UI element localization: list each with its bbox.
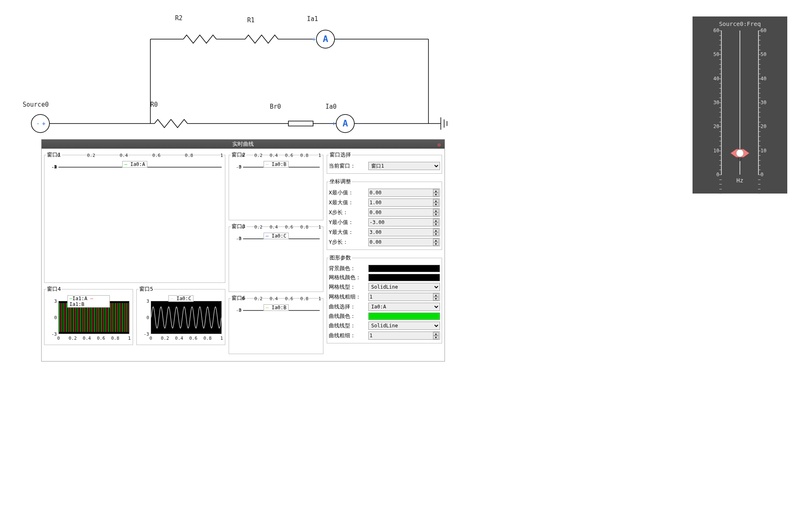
slider-handle[interactable]: 9 [730, 148, 749, 158]
controls-panel: 窗口选择 当前窗口： 窗口1 坐标调整 X最小值：0.00▲▼ X最大值：1.0… [327, 151, 442, 359]
plot-window-1: 窗口1 – Ia0:A 3210-1-2-3 00.20.40.60.81 [44, 151, 225, 283]
curvewidth-input[interactable]: 1▲▼ [368, 331, 440, 340]
svg-text:+: + [332, 120, 335, 127]
label-r0: R0 [150, 101, 158, 108]
slider-track[interactable]: 9 [728, 30, 752, 175]
label-r2: R2 [175, 14, 183, 22]
spin-down-icon[interactable]: ▼ [433, 193, 439, 196]
plot2-legend: – Ia0:B [264, 161, 289, 168]
label-ia1: Ia1 [307, 15, 318, 23]
xmin-input[interactable]: 0.00▲▼ [368, 189, 440, 197]
xmax-input[interactable]: 1.00▲▼ [368, 198, 440, 207]
freq-slider-panel: Source0:Freq 6050403020100 9 60504030201… [693, 16, 787, 194]
svg-text:+: + [312, 36, 316, 42]
svg-text:-: - [357, 120, 360, 127]
gridtype-select[interactable]: SolidLine [368, 283, 440, 291]
gridwidth-input[interactable]: 1▲▼ [368, 293, 440, 301]
ammeter-ia1-symbol: A [323, 34, 328, 44]
plot1-legend: – Ia0:A [122, 161, 147, 168]
ammeter-ia0-symbol: A [342, 118, 348, 128]
plot5-canvas[interactable] [151, 301, 222, 334]
plot4-title: 窗口4 [46, 285, 62, 293]
realtime-panel: 实时曲线 ⊗ 窗口1 – Ia0:A 3210-1-2-3 00.20.40.6… [41, 139, 445, 362]
label-ia0: Ia0 [325, 103, 337, 110]
coord-group: 坐标调整 X最小值：0.00▲▼ X最大值：1.00▲▼ X步长：0.00▲▼ … [327, 178, 442, 250]
slider-scale-left: 6050403020100 [708, 30, 724, 175]
curvetype-select[interactable]: SolidLine [368, 322, 440, 330]
label-br0: Br0 [270, 103, 281, 110]
plot-window-2: 窗口2 – Ia0:B 30-3 00.20.40.60.81 [229, 151, 323, 220]
plot5-title: 窗口5 [138, 285, 154, 293]
plot6-legend: – Ia0:B [264, 304, 289, 311]
svg-point-18 [31, 114, 49, 133]
label-source0: Source0 [23, 101, 49, 108]
ymax-input[interactable]: 3.00▲▼ [368, 228, 440, 236]
svg-rect-13 [288, 121, 313, 126]
spin-up-icon[interactable]: ▲ [433, 189, 439, 193]
plot4-legend: –Ia1:A –Ia1:B [68, 295, 110, 308]
plot-window-6: 窗口6 – Ia0:B 30-3 00.20.40.60.81 [229, 294, 323, 354]
current-window-label: 当前窗口： [329, 162, 366, 170]
svg-text:-: - [36, 120, 40, 127]
ystep-input[interactable]: 0.00▲▼ [368, 238, 440, 246]
grid-color-swatch[interactable] [368, 274, 440, 281]
plot3-legend: – Ia0:C [264, 233, 289, 239]
slider-value: 9 [739, 156, 742, 162]
curve-color-swatch[interactable] [368, 313, 440, 320]
plot-window-3: 窗口3 – Ia0:C 30-3 00.20.40.60.81 [229, 223, 323, 292]
curve-select[interactable]: Ia0:A [368, 303, 440, 311]
window-select-group: 窗口选择 当前窗口： 窗口1 [327, 151, 442, 174]
plot5-legend: – Ia0:C [168, 295, 194, 302]
graph-params-group: 图形参数 背景颜色： 网格线颜色： 网格线型：SolidLine 网格线粗细：1… [327, 254, 442, 343]
svg-point-65 [736, 149, 744, 157]
svg-text:+: + [42, 120, 45, 127]
slider-title: Source0:Freq [697, 21, 783, 27]
plot1-xaxis: 00.20.40.60.81 [59, 153, 222, 159]
bg-color-swatch[interactable] [368, 265, 440, 272]
circuit-svg: A + - A + - - + [0, 0, 474, 140]
xstep-input[interactable]: 0.00▲▼ [368, 208, 440, 217]
svg-text:-: - [337, 36, 340, 42]
slider-scale-right: 6050403020100 [756, 30, 772, 175]
plot-window-4: 窗口4 –Ia1:A –Ia1:B 30-3 00.20.40.60.81 [44, 285, 133, 345]
slider-unit: Hz [697, 177, 783, 184]
close-icon[interactable]: ⊗ [435, 140, 443, 148]
current-window-select[interactable]: 窗口1 [368, 162, 440, 170]
plot-window-5: 窗口5 – Ia0:C 30-3 00.20.40.60.81 [136, 285, 225, 345]
ymin-input[interactable]: -3.00▲▼ [368, 218, 440, 226]
label-r1: R1 [247, 16, 255, 24]
circuit-diagram: A + - A + - - + Source0 R2 R1 Ia1 R0 Br0… [0, 0, 474, 140]
panel-title: 实时曲线 ⊗ [42, 140, 445, 149]
